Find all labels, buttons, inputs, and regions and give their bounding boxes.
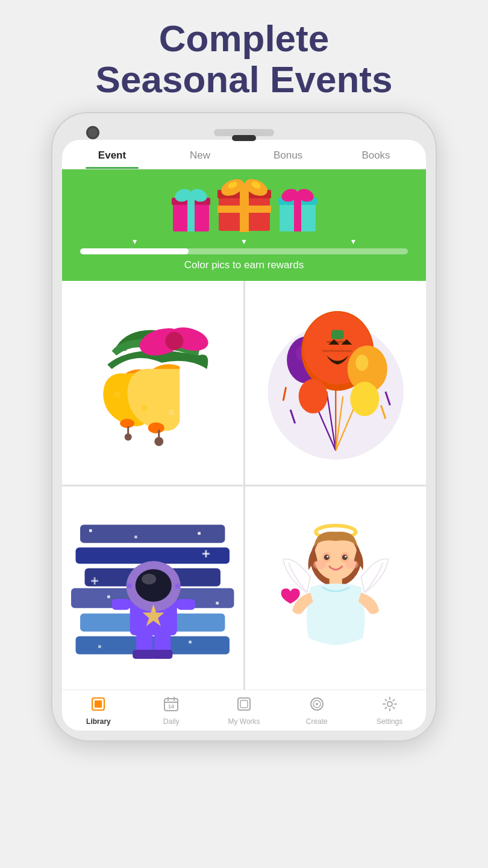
svg-rect-105 bbox=[95, 700, 102, 708]
nav-daily-label: Daily bbox=[163, 717, 180, 726]
phone-shell: Event New Bonus Books bbox=[51, 112, 437, 741]
content-grid bbox=[62, 281, 426, 690]
svg-point-49 bbox=[355, 355, 368, 371]
svg-rect-111 bbox=[238, 698, 250, 710]
svg-text:14: 14 bbox=[168, 703, 174, 709]
progress-markers: ▼ ▼ ▼ bbox=[80, 237, 408, 246]
svg-rect-103 bbox=[343, 554, 346, 558]
svg-point-24 bbox=[165, 332, 183, 350]
svg-point-25 bbox=[120, 419, 134, 428]
grid-item-bells[interactable] bbox=[62, 281, 243, 485]
nav-settings[interactable]: Settings bbox=[353, 694, 426, 728]
grid-item-astronaut[interactable] bbox=[62, 486, 243, 690]
gift-right-icon bbox=[277, 184, 319, 233]
svg-point-84 bbox=[136, 569, 172, 602]
tab-books[interactable]: Books bbox=[332, 140, 420, 169]
svg-point-51 bbox=[350, 382, 379, 417]
astronaut-art bbox=[62, 486, 243, 690]
svg-rect-2 bbox=[187, 198, 195, 231]
svg-point-20 bbox=[293, 192, 302, 201]
svg-rect-9 bbox=[217, 206, 271, 213]
banner-gifts bbox=[170, 175, 319, 233]
svg-rect-71 bbox=[189, 641, 192, 644]
svg-rect-79 bbox=[151, 650, 172, 659]
marker-2: ▼ bbox=[240, 237, 248, 246]
nav-create-label: Create bbox=[306, 717, 328, 726]
tab-bar-top: Event New Bonus Books bbox=[62, 140, 426, 169]
tab-new[interactable]: New bbox=[156, 140, 244, 169]
create-icon bbox=[309, 696, 325, 715]
bottom-nav: Library 14 Daily bbox=[62, 690, 426, 731]
svg-rect-112 bbox=[240, 700, 248, 708]
svg-point-50 bbox=[298, 379, 327, 414]
nav-library-label: Library bbox=[86, 717, 111, 726]
svg-rect-82 bbox=[177, 599, 195, 610]
phone-screen: Event New Bonus Books bbox=[62, 140, 426, 731]
svg-rect-70 bbox=[98, 645, 101, 648]
nav-settings-label: Settings bbox=[377, 717, 402, 726]
svg-point-116 bbox=[387, 702, 392, 706]
bells-art bbox=[62, 281, 243, 485]
svg-rect-73 bbox=[202, 553, 210, 555]
myworks-icon bbox=[236, 696, 252, 715]
phone-top-bar bbox=[62, 123, 426, 140]
svg-point-26 bbox=[148, 423, 164, 433]
title-line1: Complete bbox=[159, 17, 329, 59]
halloween-art bbox=[245, 281, 427, 485]
svg-rect-33 bbox=[169, 410, 174, 415]
banner-text: Color pics to earn rewards bbox=[184, 259, 304, 271]
svg-rect-59 bbox=[80, 524, 225, 542]
svg-rect-75 bbox=[91, 580, 98, 582]
svg-rect-31 bbox=[114, 392, 120, 397]
settings-icon bbox=[382, 696, 398, 715]
svg-rect-17 bbox=[294, 198, 301, 231]
progress-bar-background bbox=[80, 248, 408, 254]
gift-center-icon bbox=[216, 175, 273, 233]
nav-daily[interactable]: 14 Daily bbox=[135, 694, 208, 728]
svg-rect-68 bbox=[107, 596, 110, 599]
svg-rect-88 bbox=[175, 583, 180, 588]
svg-rect-87 bbox=[127, 583, 132, 588]
nav-library[interactable]: Library bbox=[62, 694, 135, 728]
progress-section: ▼ ▼ ▼ Color pics to earn rewards bbox=[62, 237, 426, 271]
page-title: Complete Seasonal Events bbox=[48, 0, 441, 112]
title-line2: Seasonal Events bbox=[96, 58, 393, 100]
grid-item-halloween[interactable] bbox=[245, 281, 427, 485]
svg-rect-32 bbox=[142, 406, 147, 411]
svg-point-85 bbox=[142, 574, 156, 585]
phone-camera bbox=[86, 126, 99, 139]
library-icon bbox=[90, 696, 106, 715]
event-banner: ▼ ▼ ▼ Color pics to earn rewards bbox=[62, 169, 426, 281]
svg-point-100 bbox=[345, 560, 358, 569]
daily-icon: 14 bbox=[163, 696, 179, 715]
svg-rect-47 bbox=[331, 330, 343, 339]
svg-point-12 bbox=[239, 183, 249, 194]
svg-point-99 bbox=[313, 560, 325, 569]
tab-event[interactable]: Event bbox=[68, 140, 156, 169]
svg-point-28 bbox=[125, 433, 132, 441]
svg-point-115 bbox=[316, 703, 318, 705]
svg-rect-102 bbox=[325, 554, 328, 558]
tab-bonus[interactable]: Bonus bbox=[244, 140, 332, 169]
angel-art bbox=[245, 486, 427, 690]
nav-myworks-label: My Works bbox=[228, 717, 260, 726]
gift-left-icon bbox=[170, 184, 212, 233]
svg-point-30 bbox=[154, 437, 163, 446]
marker-3: ▼ bbox=[349, 237, 357, 246]
svg-rect-67 bbox=[198, 532, 201, 535]
nav-myworks[interactable]: My Works bbox=[208, 694, 281, 728]
nav-create[interactable]: Create bbox=[280, 694, 353, 728]
svg-rect-81 bbox=[112, 599, 130, 610]
marker-1: ▼ bbox=[131, 237, 139, 246]
grid-item-angel[interactable] bbox=[245, 486, 427, 690]
svg-point-5 bbox=[187, 192, 195, 201]
svg-rect-66 bbox=[134, 535, 137, 538]
svg-rect-69 bbox=[216, 602, 219, 605]
svg-rect-65 bbox=[89, 529, 92, 532]
progress-bar-fill bbox=[80, 248, 189, 254]
